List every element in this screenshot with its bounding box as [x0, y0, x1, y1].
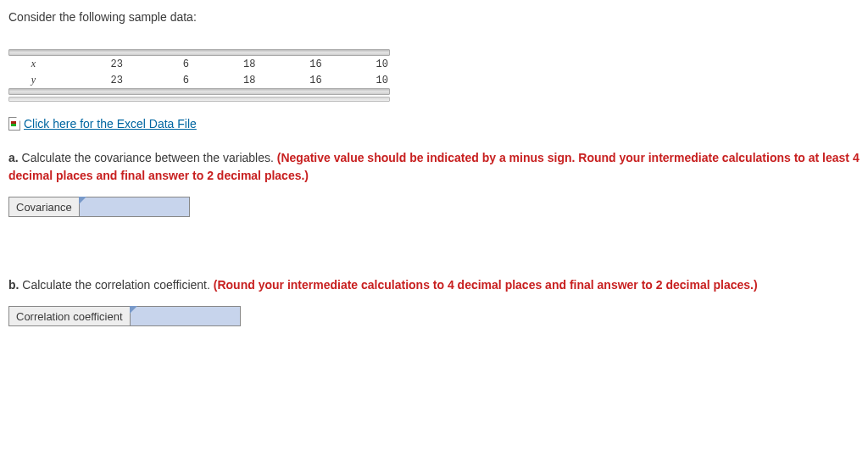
cell-x-3: 16 — [257, 56, 323, 72]
question-b: b. Calculate the correlation coefficient… — [8, 276, 860, 294]
cell-x-1: 6 — [125, 56, 191, 72]
question-b-label: b. — [8, 278, 19, 292]
cell-y-3: 16 — [257, 72, 323, 88]
table-row: y 23 6 18 16 10 — [8, 72, 390, 88]
question-a: a. Calculate the covariance between the … — [8, 149, 860, 185]
answer-a-input-cell — [79, 197, 189, 217]
data-table: x 23 6 18 16 10 y 23 6 18 16 10 — [8, 56, 390, 88]
answer-a-row: Covariance — [8, 197, 860, 217]
table-top-bar — [8, 49, 390, 56]
intro-text: Consider the following sample data: — [8, 10, 860, 24]
excel-link-row: Click here for the Excel Data File — [8, 117, 860, 131]
question-b-hint: (Round your intermediate calculations to… — [214, 278, 758, 292]
cell-y-1: 6 — [125, 72, 191, 88]
covariance-input[interactable] — [80, 197, 189, 216]
answer-a-label: Covariance — [9, 197, 80, 217]
cell-x-0: 23 — [58, 56, 125, 72]
answer-b-table: Correlation coefficient — [8, 306, 241, 326]
answer-b-row: Correlation coefficient — [8, 306, 860, 326]
question-b-text: Calculate the correlation coefficient. — [22, 278, 210, 292]
question-a-label: a. — [8, 151, 19, 164]
cell-y-4: 10 — [324, 72, 390, 88]
row-y-label: y — [8, 72, 58, 88]
answer-b-input-cell — [130, 307, 240, 326]
answer-b-label: Correlation coefficient — [9, 307, 131, 326]
cell-x-4: 10 — [324, 56, 390, 72]
excel-download-link[interactable]: Click here for the Excel Data File — [24, 117, 197, 131]
cell-y-0: 23 — [58, 72, 125, 88]
row-x-label: x — [8, 56, 58, 72]
cell-x-2: 18 — [191, 56, 257, 72]
data-table-section: x 23 6 18 16 10 y 23 6 18 16 10 — [8, 49, 390, 102]
correlation-input[interactable] — [131, 307, 240, 325]
table-bottom-bar — [8, 88, 390, 95]
excel-file-icon — [8, 117, 20, 131]
answer-a-table: Covariance — [8, 197, 190, 217]
question-a-text: Calculate the covariance between the var… — [22, 151, 274, 164]
table-row: x 23 6 18 16 10 — [8, 56, 390, 72]
table-thin-bar — [8, 97, 390, 102]
cell-y-2: 18 — [191, 72, 257, 88]
